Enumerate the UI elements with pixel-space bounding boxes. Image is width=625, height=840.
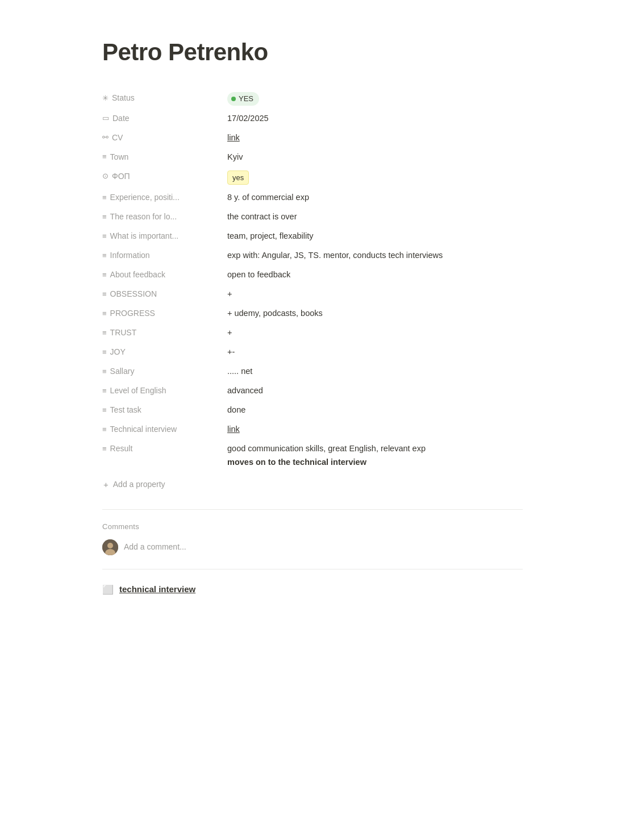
property-value-information: exp with: Angular, JS, TS. mentor, condu…: [227, 248, 523, 262]
properties-list: ✳ Status YES ▭ Date 17/02/2025 ⚯ CV: [102, 88, 523, 472]
lines-icon-result: ≡: [102, 443, 107, 455]
property-row-test-task[interactable]: ≡ Test task done: [102, 400, 523, 419]
label-text-level-of-english: Level of English: [110, 385, 166, 397]
link-icon: ⚯: [102, 132, 109, 143]
property-label-reason: ≡ The reason for lo...: [102, 210, 227, 223]
divider-comments: [102, 509, 523, 510]
property-row-technical-interview[interactable]: ≡ Technical interview link: [102, 419, 523, 439]
linked-page-title[interactable]: technical interview: [119, 583, 195, 596]
property-value-joy: +-: [227, 345, 523, 359]
property-label-test-task: ≡ Test task: [102, 403, 227, 416]
property-label-cv: ⚯ CV: [102, 131, 227, 144]
property-row-town[interactable]: ≡ Town Kyiv: [102, 147, 523, 167]
page-container: Petro Petrenko ✳ Status YES ▭ Date 17/02…: [57, 0, 568, 644]
property-value-reason: the contract is over: [227, 210, 523, 223]
status-badge-label: YES: [239, 93, 253, 105]
property-row-obsession[interactable]: ≡ OBSESSION +: [102, 284, 523, 303]
calendar-icon: ▭: [102, 113, 109, 124]
property-label-experience: ≡ Experience, positi...: [102, 190, 227, 203]
property-value-town: Kyiv: [227, 150, 523, 164]
property-value-about-feedback: open to feedback: [227, 268, 523, 281]
property-row-level-of-english[interactable]: ≡ Level of English advanced: [102, 381, 523, 400]
page-icon: ⬜: [102, 583, 114, 597]
label-text-sallary: Sallary: [110, 365, 135, 377]
lines-icon-joy: ≡: [102, 347, 107, 358]
lines-icon-information: ≡: [102, 250, 107, 261]
property-label-obsession: ≡ OBSESSION: [102, 287, 227, 300]
label-text-trust: TRUST: [110, 327, 137, 339]
property-label-status: ✳ Status: [102, 91, 227, 104]
property-row-trust[interactable]: ≡ TRUST +: [102, 323, 523, 342]
page-title: Petro Petrenko: [102, 34, 523, 70]
cv-link[interactable]: link: [227, 133, 240, 142]
lines-icon-test-task: ≡: [102, 405, 107, 416]
property-value-obsession: +: [227, 287, 523, 301]
property-row-about-feedback[interactable]: ≡ About feedback open to feedback: [102, 265, 523, 284]
label-text-town: Town: [110, 151, 129, 163]
property-label-about-feedback: ≡ About feedback: [102, 268, 227, 281]
property-value-fop: yes: [227, 169, 523, 185]
property-row-result[interactable]: ≡ Result good communication skills, grea…: [102, 439, 523, 472]
result-line1: good communication skills, great English…: [227, 443, 523, 455]
property-label-level-of-english: ≡ Level of English: [102, 384, 227, 397]
lines-icon-obsession: ≡: [102, 289, 107, 300]
label-text-experience: Experience, positi...: [110, 192, 180, 203]
property-label-trust: ≡ TRUST: [102, 326, 227, 339]
property-row-information[interactable]: ≡ Information exp with: Angular, JS, TS.…: [102, 246, 523, 265]
property-label-technical-interview: ≡ Technical interview: [102, 422, 227, 435]
label-text-progress: PROGRESS: [110, 307, 155, 319]
lines-icon-about-feedback: ≡: [102, 269, 107, 281]
linked-page-row[interactable]: ⬜ technical interview: [102, 581, 523, 599]
property-row-reason[interactable]: ≡ The reason for lo... the contract is o…: [102, 207, 523, 226]
label-text-obsession: OBSESSION: [110, 288, 157, 300]
property-value-important: team, project, flexability: [227, 229, 523, 243]
property-row-progress[interactable]: ≡ PROGRESS + udemy, podcasts, books: [102, 303, 523, 323]
comment-placeholder[interactable]: Add a comment...: [124, 541, 186, 553]
property-value-level-of-english: advanced: [227, 384, 523, 397]
label-text-result: Result: [110, 443, 133, 455]
label-text-joy: JOY: [110, 346, 126, 358]
plus-icon: +: [103, 479, 109, 492]
property-value-technical-interview: link: [227, 422, 523, 436]
property-label-sallary: ≡ Sallary: [102, 364, 227, 377]
add-property-button[interactable]: + Add a property: [102, 474, 523, 496]
property-row-date[interactable]: ▭ Date 17/02/2025: [102, 109, 523, 128]
property-label-important: ≡ What is important...: [102, 229, 227, 242]
property-label-information: ≡ Information: [102, 248, 227, 261]
lines-icon-sallary: ≡: [102, 366, 107, 377]
property-row-cv[interactable]: ⚯ CV link: [102, 128, 523, 147]
label-text-important: What is important...: [110, 230, 179, 242]
lines-icon-level-of-english: ≡: [102, 385, 107, 397]
property-row-important[interactable]: ≡ What is important... team, project, fl…: [102, 226, 523, 246]
property-label-fop: ⊙ ФОП: [102, 169, 227, 182]
property-value-date: 17/02/2025: [227, 111, 523, 125]
lines-icon-reason: ≡: [102, 211, 107, 223]
property-row-experience[interactable]: ≡ Experience, positi... 8 y. of commerci…: [102, 188, 523, 207]
lines-icon-progress: ≡: [102, 308, 107, 319]
circle-icon: ⊙: [102, 171, 109, 182]
property-row-fop[interactable]: ⊙ ФОП yes: [102, 167, 523, 188]
property-value-test-task: done: [227, 403, 523, 417]
svg-point-1: [107, 543, 113, 548]
lines-icon-town: ≡: [102, 151, 107, 163]
technical-interview-link[interactable]: link: [227, 425, 240, 434]
bottom-divider: [102, 569, 523, 569]
sparkle-icon: ✳: [102, 93, 109, 104]
property-row-status[interactable]: ✳ Status YES: [102, 88, 523, 109]
property-value-cv: link: [227, 131, 523, 144]
label-text-reason: The reason for lo...: [110, 211, 177, 223]
property-label-joy: ≡ JOY: [102, 345, 227, 358]
comment-input-row: Add a comment...: [102, 539, 523, 555]
lines-icon-important: ≡: [102, 231, 107, 242]
lines-icon-experience: ≡: [102, 192, 107, 203]
avatar: [102, 539, 118, 555]
status-dot: [231, 97, 236, 101]
label-text-date: Date: [113, 113, 130, 124]
property-value-trust: +: [227, 326, 523, 339]
property-row-sallary[interactable]: ≡ Sallary ..... net: [102, 361, 523, 381]
property-label-progress: ≡ PROGRESS: [102, 306, 227, 319]
property-row-joy[interactable]: ≡ JOY +-: [102, 342, 523, 361]
fop-badge: yes: [227, 171, 249, 185]
label-text-cv: CV: [112, 132, 123, 144]
property-label-date: ▭ Date: [102, 111, 227, 124]
